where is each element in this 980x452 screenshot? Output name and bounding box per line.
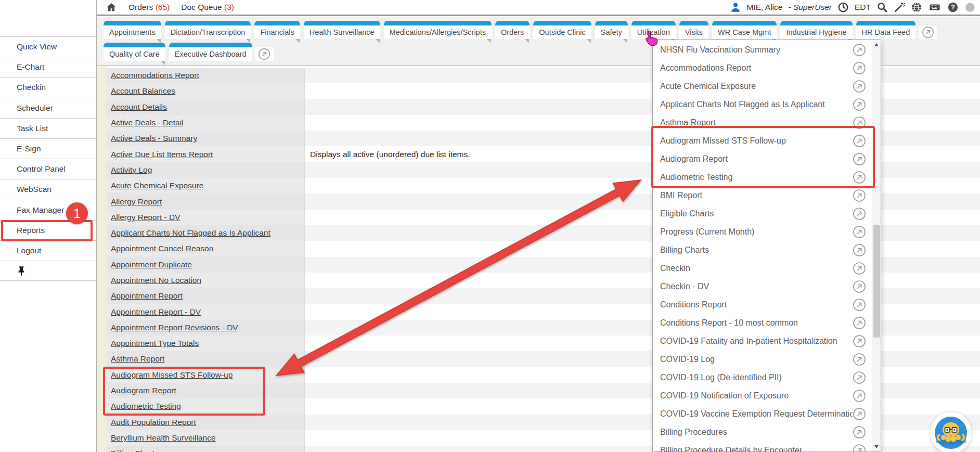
open-report-icon[interactable]	[853, 316, 866, 330]
sidebar-item[interactable]: Quick View	[0, 36, 96, 57]
user-name[interactable]: MIE, Alice	[747, 3, 783, 12]
dropdown-menu-item[interactable]: Checkin	[653, 259, 872, 277]
open-report-icon[interactable]	[853, 243, 866, 257]
dropdown-menu-item[interactable]: COVID-19 Log (De-identified PII)	[653, 368, 872, 386]
sidebar-item[interactable]: Scheduler	[0, 98, 96, 118]
dropdown-menu-item[interactable]: Progress (Current Month)	[653, 223, 872, 241]
report-link[interactable]: Active Deals - Summary	[111, 134, 197, 143]
dropdown-scrollbar[interactable]	[872, 40, 881, 451]
report-link[interactable]: Audiometric Testing	[111, 402, 181, 411]
open-report-icon[interactable]	[853, 152, 866, 166]
open-report-icon[interactable]	[853, 98, 866, 111]
module-tab[interactable]: Outside Clinic	[533, 21, 591, 39]
report-link[interactable]: Audiogram Missed STS Follow-up	[111, 370, 233, 380]
dropdown-menu-item[interactable]: Billing Charts	[653, 241, 872, 259]
sidebar-item[interactable]: E-Chart	[0, 57, 96, 77]
sidebar-item[interactable]: E-Sign	[0, 138, 96, 159]
dropdown-menu-item[interactable]: Billing Procedure Details by Encounter	[653, 441, 872, 452]
sidebar-item[interactable]: Logout	[0, 240, 96, 261]
open-report-icon[interactable]	[853, 425, 866, 439]
pushpin-icon[interactable]	[16, 265, 27, 277]
report-link[interactable]: Appointment Type Totals	[111, 339, 199, 348]
sidebar-item[interactable]: WebScan	[0, 179, 96, 199]
open-report-icon[interactable]	[853, 389, 866, 403]
report-link[interactable]: Active Deals - Detail	[111, 118, 184, 127]
dropdown-menu-item[interactable]: Conditions Report - 10 most common	[653, 314, 872, 332]
dropdown-menu-item[interactable]: COVID-19 Vaccine Exemption Request Deter…	[653, 405, 872, 423]
report-link[interactable]: Appointment No Location	[111, 276, 201, 285]
wand-icon[interactable]	[894, 2, 905, 13]
dropdown-menu-item[interactable]: Conditions Report	[653, 295, 872, 314]
module-tab[interactable]: Appointments	[104, 21, 161, 39]
dropdown-menu-item[interactable]: COVID-19 Log	[653, 350, 872, 368]
open-report-icon[interactable]	[853, 225, 866, 239]
search-icon[interactable]	[876, 2, 888, 13]
report-link[interactable]: Account Balances	[111, 86, 175, 96]
module-tab[interactable]: Executive Dashboard	[169, 43, 252, 61]
open-report-icon[interactable]	[853, 262, 866, 275]
dropdown-menu-item[interactable]: BMI Report	[653, 186, 872, 204]
report-link[interactable]: Appointment Report - DV	[111, 307, 201, 317]
open-report-icon[interactable]	[853, 134, 866, 148]
report-link[interactable]: Account Details	[111, 102, 167, 112]
report-link[interactable]: Billing Charts	[111, 449, 158, 452]
open-external-stub[interactable]	[919, 25, 937, 39]
scroll-up-button[interactable]	[872, 41, 881, 49]
dropdown-menu-item[interactable]: Asthma Report	[653, 113, 872, 132]
clock-icon[interactable]	[837, 2, 849, 13]
report-link[interactable]: Appointment Cancel Reason	[111, 244, 213, 253]
report-link[interactable]: Appointment Report Revisions - DV	[111, 323, 238, 332]
open-report-icon[interactable]	[853, 189, 866, 202]
module-tab[interactable]: HR Data Feed	[856, 21, 916, 39]
report-link[interactable]: Acute Chemical Exposure	[111, 181, 203, 190]
module-tab[interactable]: Quality of Care	[104, 43, 165, 61]
open-report-icon[interactable]	[853, 116, 866, 130]
module-tab[interactable]: Orders	[495, 21, 530, 39]
report-link[interactable]: Appointment Duplicate	[111, 260, 192, 269]
help-icon[interactable]: ?	[947, 2, 959, 13]
scroll-down-button[interactable]	[872, 443, 881, 451]
open-report-icon[interactable]	[853, 280, 866, 293]
nav-doc-queue[interactable]: Doc Queue (3)	[181, 3, 234, 12]
open-report-icon[interactable]	[853, 371, 866, 384]
dropdown-menu-item[interactable]: NHSN Flu Vaccination Summary	[653, 41, 872, 59]
module-tab[interactable]: Health Surveillance	[304, 21, 380, 39]
dropdown-menu-item[interactable]: Audiogram Missed STS Follow-up	[653, 132, 872, 150]
report-link[interactable]: Beryllium Health Surveillance	[111, 433, 216, 443]
dropdown-menu-item[interactable]: COVID-19 Notification of Exposure	[653, 386, 872, 405]
open-report-icon[interactable]	[853, 80, 866, 93]
dropdown-menu-item[interactable]: Applicant Charts Not Flagged as Is Appli…	[653, 95, 872, 113]
open-report-icon[interactable]	[853, 61, 866, 75]
open-report-icon[interactable]	[853, 207, 866, 221]
octopus-help-mascot[interactable]	[929, 410, 973, 452]
report-link[interactable]: Audit Population Report	[111, 418, 196, 427]
dropdown-menu-item[interactable]: Checkin - DV	[653, 277, 872, 295]
nav-orders[interactable]: Orders (65)	[128, 3, 170, 12]
dropdown-menu-item[interactable]: Audiometric Testing	[653, 168, 872, 186]
sidebar-item[interactable]: Checkin	[0, 77, 96, 97]
open-report-icon[interactable]	[853, 444, 866, 452]
report-link[interactable]: Asthma Report	[111, 354, 164, 364]
open-report-icon[interactable]	[853, 334, 866, 348]
globe-icon[interactable]	[911, 2, 922, 13]
module-tab[interactable]: Safety	[595, 21, 628, 39]
sidebar-item[interactable]: Reports	[0, 220, 96, 240]
module-tab[interactable]: Financials	[254, 21, 300, 39]
module-tab[interactable]: Medications/Allergies/Scripts	[384, 21, 492, 39]
home-icon[interactable]	[106, 2, 117, 13]
report-link[interactable]: Allergy Report - DV	[111, 213, 180, 222]
scrollbar-thumb[interactable]	[873, 225, 880, 338]
module-tab[interactable]: Industrial Hygiene	[780, 21, 852, 39]
open-report-icon[interactable]	[853, 298, 866, 312]
report-link[interactable]: Allergy Report	[111, 197, 162, 206]
open-report-icon[interactable]	[853, 43, 866, 57]
dropdown-menu-item[interactable]: Eligible Charts	[653, 204, 872, 223]
open-report-icon[interactable]	[853, 407, 866, 421]
sidebar-item[interactable]: Control Panel	[0, 159, 96, 179]
report-link[interactable]: Active Due List Items Report	[111, 150, 213, 159]
dropdown-menu-item[interactable]: COVID-19 Fatality and In-patient Hospita…	[653, 332, 872, 350]
report-link[interactable]: Applicant Charts Not Flagged as Is Appli…	[111, 228, 270, 238]
keyboard-icon[interactable]	[928, 2, 942, 13]
report-link[interactable]: Appointment Report	[111, 291, 183, 301]
dropdown-menu-item[interactable]: Accommodations Report	[653, 59, 872, 77]
